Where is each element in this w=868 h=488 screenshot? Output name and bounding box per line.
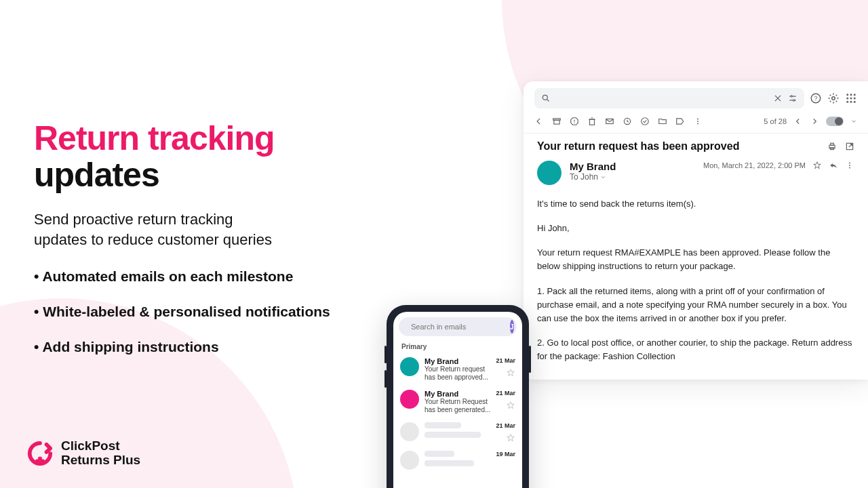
svg-point-13 <box>846 94 848 96</box>
header-actions: ? <box>810 92 857 104</box>
move-icon[interactable] <box>658 117 667 126</box>
bullet-3: • Add shipping instructions <box>34 339 400 355</box>
skeleton-line <box>425 451 454 457</box>
label-icon[interactable] <box>675 117 685 126</box>
list-right: 21 Mar <box>496 422 515 443</box>
hero-copy: Return tracking updates Send proactive r… <box>34 119 400 374</box>
star-icon[interactable] <box>812 161 822 170</box>
print-icon[interactable] <box>827 142 837 151</box>
back-icon[interactable] <box>534 117 544 126</box>
svg-line-3 <box>547 100 549 102</box>
task-icon[interactable] <box>640 117 650 126</box>
bullet-1: • Automated emails on each milestone <box>34 268 400 285</box>
input-toggle[interactable] <box>826 117 844 126</box>
svg-point-41 <box>849 165 850 166</box>
star-icon[interactable] <box>506 368 515 378</box>
svg-point-20 <box>850 101 852 103</box>
list-avatar <box>400 451 419 470</box>
list-avatar <box>400 422 419 441</box>
svg-point-26 <box>574 123 574 123</box>
prev-icon[interactable] <box>793 117 803 126</box>
sender-row: My Brand To John Mon, March 21, 2022, 2:… <box>524 155 868 185</box>
svg-point-21 <box>854 101 856 103</box>
popout-icon[interactable] <box>845 142 854 151</box>
phone-search[interactable]: J <box>399 317 517 336</box>
chevron-down-icon[interactable] <box>850 117 857 126</box>
list-date: 21 Mar <box>496 357 515 364</box>
list-item[interactable]: My Brand Your Return Request has been ge… <box>399 386 517 418</box>
hero-subtitle-l2: updates to reduce customer queries <box>34 231 272 248</box>
list-info: My Brand Your Return request has been ap… <box>425 357 490 382</box>
close-icon[interactable] <box>773 94 783 103</box>
pager-label: 5 of 28 <box>764 117 787 125</box>
body-p2: Hi John, <box>537 222 854 235</box>
delete-icon[interactable] <box>587 117 597 126</box>
phone-mockup: J Primary My Brand Your Return request h… <box>387 305 529 488</box>
email-date: Mon, March 21, 2022, 2:00 PM <box>703 161 806 169</box>
mark-unread-icon[interactable] <box>605 117 614 126</box>
to-line[interactable]: To John <box>570 172 695 182</box>
gear-icon[interactable] <box>827 92 840 104</box>
svg-point-12 <box>832 97 835 100</box>
apps-icon[interactable] <box>845 92 857 104</box>
body-p5: 2. Go to local post office, or another c… <box>537 336 854 363</box>
star-icon[interactable] <box>506 433 515 443</box>
brand-logo-icon <box>27 441 53 466</box>
hero-bullets: • Automated emails on each milestone • W… <box>34 268 400 355</box>
snooze-icon[interactable] <box>623 117 632 126</box>
skeleton-line <box>425 432 481 438</box>
star-icon[interactable] <box>506 401 515 410</box>
list-right: 21 Mar <box>496 390 515 414</box>
svg-point-34 <box>697 121 698 122</box>
next-icon[interactable] <box>810 117 819 126</box>
svg-text:?: ? <box>814 95 817 102</box>
more-icon[interactable] <box>845 161 854 170</box>
list-item[interactable]: 21 Mar <box>399 418 517 447</box>
list-right: 19 Mar <box>496 451 515 470</box>
list-preview: Your Return Request has been generated..… <box>425 398 490 414</box>
svg-point-15 <box>854 94 856 96</box>
svg-point-14 <box>850 94 852 96</box>
search-input[interactable] <box>534 88 804 108</box>
spam-icon[interactable] <box>570 117 579 126</box>
list-sender: My Brand <box>425 390 490 398</box>
body-p3: Your return request RMA#EXAMPLE has been… <box>537 246 854 273</box>
phone-tab-primary[interactable]: Primary <box>401 343 514 350</box>
skeleton-line <box>425 460 474 466</box>
email-subject: Your return request has been approved <box>537 140 819 152</box>
svg-rect-27 <box>590 119 595 125</box>
phone-screen: J Primary My Brand Your Return request h… <box>393 312 522 488</box>
subject-row: Your return request has been approved <box>524 134 868 155</box>
list-avatar <box>400 357 419 376</box>
hero-title: updates <box>34 155 400 195</box>
hero-subtitle: Send proactive return tracking updates t… <box>34 209 400 249</box>
sender-name: My Brand <box>570 161 695 172</box>
svg-point-2 <box>542 95 547 100</box>
svg-rect-37 <box>831 143 834 145</box>
phone-search-input[interactable] <box>411 323 505 331</box>
archive-icon[interactable] <box>552 117 561 126</box>
body-p4: 1. Pack all the returned items, along wi… <box>537 285 854 325</box>
list-date: 21 Mar <box>496 390 515 396</box>
svg-point-18 <box>854 98 856 100</box>
svg-point-40 <box>849 163 850 164</box>
email-toolbar: 5 of 28 <box>524 113 868 134</box>
svg-point-33 <box>697 119 698 120</box>
email-viewer: ? 5 of 28 Yo <box>524 81 868 380</box>
svg-point-17 <box>850 98 852 100</box>
svg-point-19 <box>846 101 848 103</box>
svg-point-42 <box>849 167 850 169</box>
more-icon[interactable] <box>693 117 703 126</box>
to-label: To John <box>570 172 598 182</box>
help-icon[interactable]: ? <box>810 92 822 104</box>
reply-icon[interactable] <box>829 161 838 170</box>
list-date: 19 Mar <box>496 451 515 458</box>
phone-avatar[interactable]: J <box>510 320 514 333</box>
avatar <box>537 161 561 185</box>
tune-icon[interactable] <box>788 94 797 103</box>
list-item[interactable]: My Brand Your Return request has been ap… <box>399 353 517 386</box>
email-meta: Mon, March 21, 2022, 2:00 PM <box>703 161 854 170</box>
list-info: My Brand Your Return Request has been ge… <box>425 390 490 414</box>
list-item[interactable]: 19 Mar <box>399 447 517 474</box>
phone-shell: J Primary My Brand Your Return request h… <box>387 305 529 488</box>
